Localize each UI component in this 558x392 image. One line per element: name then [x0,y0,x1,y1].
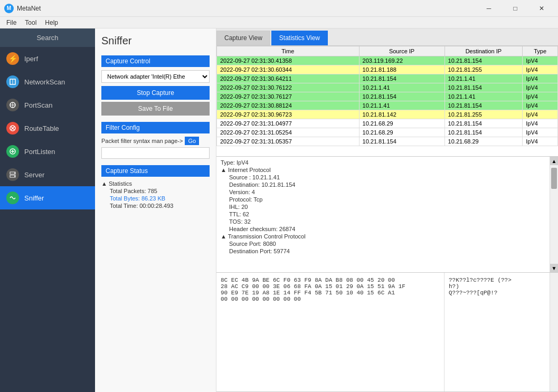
tab-capture[interactable]: Capture View [216,31,270,45]
sniffer-title: Sniffer [101,35,210,47]
table-row[interactable]: 2022-09-27 02:31:30.8812410.21.1.4110.21… [217,101,558,110]
table-row[interactable]: 2022-09-27 02:31:30.9672310.21.81.14210.… [217,110,558,119]
iperf-icon: ⚡ [6,52,19,65]
detail-panel: Type: IpV4▲ Internet ProtocolSource : 10… [216,157,558,273]
sidebar-nav: ⚡ Iperf NetworkScan PortScan RouteTable [0,47,95,392]
detail-line: Source : 10.21.1.41 [221,174,545,181]
tab-statistics[interactable]: Statistics View [271,31,328,45]
sidebar-item-sniffer[interactable]: Sniffer [0,186,95,209]
detail-line: Destination Port: 59774 [221,247,545,255]
adapter-select[interactable]: Network adapter 'Intel(R) Ethe [101,70,210,83]
sidebar-label-routetable: RouteTable [24,125,59,132]
detail-scrollbar: ▲ ▼ [550,157,558,272]
detail-line: Type: IpV4 [221,159,545,166]
stats-tree: ▲ Statistics Total Packets: 785 Total By… [101,180,210,209]
scroll-up-button[interactable]: ▲ [550,157,558,165]
minimize-button[interactable]: ─ [477,0,501,17]
sniffer-right-panel: Capture View Statistics View Time Source… [216,28,558,392]
detail-line: ▲ Internet Protocol [221,166,545,174]
sidebar-label-portscan: PortScan [24,101,52,109]
detail-line: Destination: 10.21.81.154 [221,181,545,188]
sidebar-item-iperf[interactable]: ⚡ Iperf [0,47,95,70]
sidebar-label-server: Server [24,171,44,179]
menu-help[interactable]: Help [41,18,62,27]
portscan-icon [6,99,19,111]
scroll-track [550,165,558,264]
filter-link-text: Packet filter syntax man page-> [101,138,183,144]
table-row[interactable]: 2022-09-27 02:31:30.7612210.21.1.4110.21… [217,83,558,92]
scroll-thumb[interactable] [551,168,557,189]
detail-line: TOS: 32 [221,218,545,225]
col-time: Time [217,46,360,56]
detail-line: ▲ Transmission Control Protocol [221,233,545,240]
maximize-button[interactable]: □ [503,0,527,17]
sidebar: Search ⚡ Iperf NetworkScan PortScan [0,28,95,392]
table-row[interactable]: 2022-09-27 02:31:31.0535710.21.81.15410.… [217,137,558,146]
sniffer-icon [6,192,19,204]
titlebar-left: M MetaNet [4,4,41,13]
table-row[interactable]: 2022-09-27 02:31:31.0525410.21.68.2910.2… [217,128,558,137]
col-src: Source IP [359,46,444,56]
detail-line: Protocol: Tcp [221,196,545,203]
filter-link-row: Packet filter syntax man page-> Go [101,137,210,145]
table-row[interactable]: 2022-09-27 02:31:30.6034410.21.81.18810.… [217,65,558,74]
menubar: File Tool Help [0,17,558,28]
filter-config-header: Filter Config [101,122,210,133]
col-type: Type [523,46,558,56]
networkscan-icon [6,75,19,88]
main-content: Sniffer Capture Control Network adapter … [95,28,558,392]
menu-file[interactable]: File [2,18,21,27]
stop-capture-button[interactable]: Stop Capture [101,86,210,100]
packet-table: Time Source IP Destination IP Type 2022-… [216,46,558,146]
sidebar-item-portlisten[interactable]: PortListen [0,140,95,163]
detail-line: Source Port: 8080 [221,240,545,247]
tab-bar: Capture View Statistics View [216,28,558,46]
hex-right: ??K??l?c????E (??> h?) Q???~???[qP@!? [444,273,550,391]
capture-status-header: Capture Status [101,165,210,177]
table-row[interactable]: 2022-09-27 02:31:30.41358203.119.169.221… [217,56,558,65]
sniffer-left-panel: Sniffer Capture Control Network adapter … [95,28,216,392]
sidebar-item-portscan[interactable]: PortScan [0,93,95,117]
sidebar-item-routetable[interactable]: RouteTable [0,117,95,140]
col-dst: Destination IP [444,46,523,56]
sidebar-search-area: Search [0,28,95,47]
hex-scrollbar[interactable] [550,273,558,391]
detail-line: Version: 4 [221,188,545,196]
svg-point-14 [14,176,15,177]
capture-control-header: Capture Control [101,55,210,67]
capture-status-section: Capture Status ▲ Statistics Total Packet… [101,165,210,209]
scroll-down-button[interactable]: ▼ [550,264,558,272]
sidebar-label-networkscan: NetworkScan [24,78,65,86]
svg-point-13 [14,173,15,174]
sniffer-layout: Sniffer Capture Control Network adapter … [95,28,558,392]
close-button[interactable]: ✕ [529,0,554,17]
portlisten-icon [6,145,19,158]
total-time: Total Time: 00:00:28.493 [101,202,210,209]
menu-tool[interactable]: Tool [21,18,41,27]
save-to-file-button[interactable]: Save To File [101,102,210,116]
total-packets: Total Packets: 785 [101,187,210,195]
app-title: MetaNet [17,5,41,12]
sidebar-label-portlisten: PortListen [24,148,55,156]
detail-line: TTL: 62 [221,211,545,218]
hex-left: 8C EC 4B 9A BE 6C F0 63 F9 8A DA B8 08 0… [216,273,444,391]
sidebar-search-label: Search [4,34,91,42]
packet-scroll[interactable]: Time Source IP Destination IP Type 2022-… [216,46,558,156]
hex-panel: 8C EC 4B 9A BE 6C F0 63 F9 8A DA B8 08 0… [216,273,558,392]
app-body: Search ⚡ Iperf NetworkScan PortScan [0,28,558,392]
server-icon [6,168,19,181]
titlebar: M MetaNet ─ □ ✕ [0,0,558,17]
capture-control-section: Capture Control Network adapter 'Intel(R… [101,55,210,116]
window-controls: ─ □ ✕ [477,0,554,17]
sidebar-item-networkscan[interactable]: NetworkScan [0,70,95,93]
filter-input[interactable] [101,147,210,159]
table-row[interactable]: 2022-09-27 02:31:30.7612710.21.81.15410.… [217,92,558,101]
adapter-row: Network adapter 'Intel(R) Ethe [101,70,210,83]
total-bytes: Total Bytes: 86.23 KB [101,195,210,202]
filter-config-section: Filter Config Packet filter syntax man p… [101,122,210,159]
table-row[interactable]: 2022-09-27 02:31:31.0497710.21.68.2910.2… [217,119,558,128]
sidebar-item-server[interactable]: Server [0,163,95,186]
table-row[interactable]: 2022-09-27 02:31:30.6421110.21.81.15410.… [217,74,558,83]
detail-scroll[interactable]: Type: IpV4▲ Internet ProtocolSource : 10… [216,157,550,272]
filter-go-button[interactable]: Go [185,137,199,145]
